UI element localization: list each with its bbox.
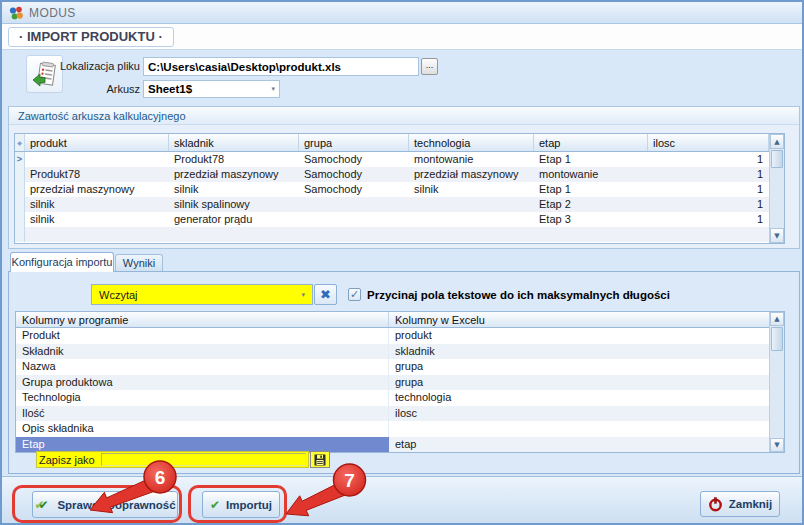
cell[interactable] (299, 212, 409, 227)
cell[interactable]: grupa (389, 375, 770, 391)
cell[interactable]: silnik spalinowy (169, 197, 299, 212)
cell[interactable]: Samochody (299, 152, 409, 167)
scrollbar-thumb[interactable] (771, 327, 783, 351)
cell[interactable]: Ilość (16, 406, 389, 422)
cell[interactable]: skladnik (389, 344, 770, 360)
cell[interactable]: Produkt78 (169, 152, 299, 167)
cell[interactable]: 1 (648, 182, 769, 197)
cell[interactable]: Samochody (299, 167, 409, 182)
cell[interactable]: przedział maszynowy (25, 182, 169, 197)
cell[interactable]: Produkt78 (25, 167, 169, 182)
cell[interactable]: Etap 1 (534, 182, 648, 197)
cell[interactable]: montowanie (409, 152, 534, 167)
table-row[interactable]: silnik silnik spalinowy Etap 2 1 (15, 197, 769, 212)
cell[interactable]: Produkt (16, 328, 389, 344)
column-header-ilosc[interactable]: ilosc (648, 134, 769, 151)
cell[interactable]: Etap (16, 437, 389, 453)
mapping-row[interactable]: Opis składnika (16, 421, 770, 437)
cell[interactable]: 1 (648, 197, 769, 212)
table-row[interactable]: przedział maszynowy silnik Samochody sil… (15, 182, 769, 197)
double-check-icon: ✔ ✔ (34, 498, 51, 512)
scroll-up-icon[interactable]: ▲ (770, 312, 784, 326)
cell[interactable]: silnik (169, 182, 299, 197)
cell[interactable]: Etap 3 (534, 212, 648, 227)
cell[interactable]: Składnik (16, 344, 389, 360)
sheet-select[interactable]: Sheet1$ ▾ (143, 80, 280, 98)
cell[interactable] (409, 212, 534, 227)
cell[interactable]: montowanie (534, 167, 648, 182)
cell[interactable]: Etap 1 (534, 152, 648, 167)
table-scrollbar[interactable]: ▲ ▼ (769, 134, 784, 243)
cell[interactable]: 1 (648, 167, 769, 182)
cell[interactable]: Samochody (299, 182, 409, 197)
check-validity-button[interactable]: ✔ ✔ Sprawdz poprawność (32, 491, 178, 518)
save-config-button[interactable] (310, 451, 330, 468)
column-header-etap[interactable]: etap (534, 134, 648, 151)
import-button[interactable]: ✔ Importuj (202, 491, 280, 518)
table-row-partial[interactable] (15, 227, 769, 242)
mapping-row-selected[interactable]: Etap etap (16, 437, 770, 453)
table-row[interactable]: Produkt78 przedział maszynowy Samochody … (15, 167, 769, 182)
table-row[interactable]: silnik generator prądu Etap 3 1 (15, 212, 769, 227)
scroll-down-icon[interactable]: ▼ (770, 438, 784, 452)
column-header-produkt[interactable]: produkt (25, 134, 169, 151)
close-button[interactable]: Zamknij (700, 491, 780, 517)
trim-checkbox[interactable]: ✓ (348, 288, 361, 301)
mapping-row[interactable]: Grupa produktowa grupa (16, 375, 770, 391)
cell[interactable] (299, 197, 409, 212)
cell[interactable]: Opis składnika (16, 421, 389, 437)
scrollbar-track[interactable] (770, 352, 784, 438)
load-config-select[interactable]: Wczytaj ▾ (91, 284, 313, 305)
file-location-input[interactable] (143, 57, 419, 76)
cell[interactable]: Etap 2 (534, 197, 648, 212)
cell[interactable]: silnik (25, 197, 169, 212)
spreadsheet-groupbox: Zawartość arkusza kalkulacyjnego ◆ produ… (8, 106, 800, 249)
column-header-technologia[interactable]: technologia (409, 134, 534, 151)
scroll-up-icon[interactable]: ▲ (770, 134, 784, 149)
mapping-scrollbar[interactable]: ▲ ▼ (769, 312, 784, 452)
column-header-grupa[interactable]: grupa (299, 134, 409, 151)
cell[interactable]: technologia (389, 390, 770, 406)
cell[interactable]: 1 (648, 212, 769, 227)
title-bar[interactable]: MODUS (2, 2, 802, 24)
cell[interactable] (409, 197, 534, 212)
cell[interactable]: grupa (389, 359, 770, 375)
cell[interactable]: przedział maszynowy (409, 167, 534, 182)
cell[interactable]: generator prądu (169, 212, 299, 227)
cell[interactable]: Technologia (16, 390, 389, 406)
cell[interactable]: produkt (389, 328, 770, 344)
table-header-row: ◆ produkt skladnik grupa technologia eta… (15, 134, 769, 152)
cell[interactable]: ilosc (389, 406, 770, 422)
scroll-down-icon[interactable]: ▼ (770, 228, 784, 243)
cell[interactable] (389, 421, 770, 437)
cell[interactable]: silnik (25, 212, 169, 227)
header-band: · IMPORT PRODUKTU · (2, 24, 802, 50)
scrollbar-track[interactable] (770, 169, 784, 228)
cell[interactable]: przedział maszynowy (169, 167, 299, 182)
tab-wyniki[interactable]: Wyniki (115, 254, 163, 272)
mapping-row[interactable]: Technologia technologia (16, 390, 770, 406)
mapping-row[interactable]: Składnik skladnik (16, 344, 770, 360)
save-as-label: Zapisz jako (37, 454, 101, 466)
cell[interactable]: Grupa produktowa (16, 375, 389, 391)
cell[interactable]: 1 (648, 152, 769, 167)
cell[interactable]: etap (389, 437, 770, 453)
mapping-row[interactable]: Ilość ilosc (16, 406, 770, 422)
cell[interactable] (25, 152, 169, 167)
save-floppy-icon (314, 454, 326, 466)
mapping-row[interactable]: Produkt produkt (16, 328, 770, 344)
chevron-down-icon: ▾ (301, 291, 305, 299)
trim-checkbox-row: ✓ Przycinaj pola tekstowe do ich maksyma… (348, 288, 670, 301)
tab-konfiguracja-importu[interactable]: Konfiguracja importu (10, 252, 114, 272)
mapping-header-program[interactable]: Kolumny w programie (16, 312, 389, 327)
save-as-input[interactable] (101, 453, 306, 466)
table-row[interactable]: > Produkt78 Samochody montowanie Etap 1 … (15, 152, 769, 167)
column-header-skladnik[interactable]: skladnik (169, 134, 299, 151)
browse-button[interactable]: ... (421, 58, 438, 75)
mapping-row[interactable]: Nazwa grupa (16, 359, 770, 375)
cell[interactable]: silnik (409, 182, 534, 197)
cell[interactable]: Nazwa (16, 359, 389, 375)
clear-config-button[interactable]: ✖ (314, 284, 337, 305)
scrollbar-thumb[interactable] (771, 150, 783, 168)
mapping-header-excel[interactable]: Kolumny w Excelu (389, 312, 770, 327)
